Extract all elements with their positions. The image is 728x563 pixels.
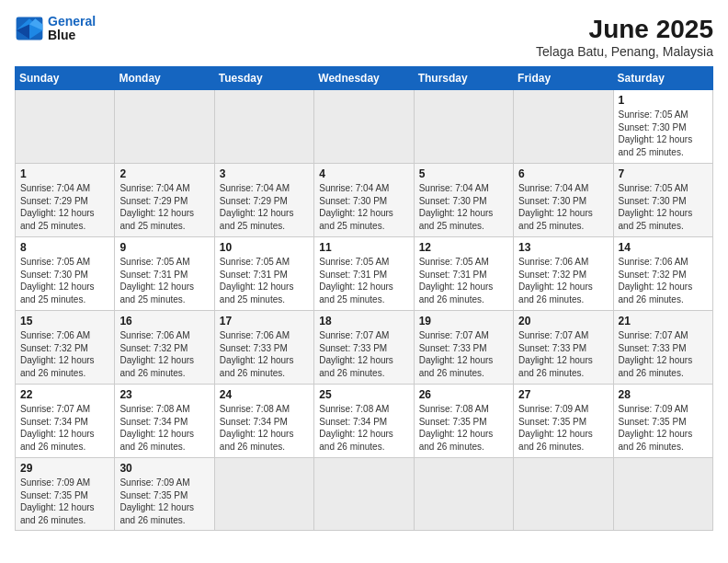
calendar-cell [115, 90, 214, 164]
calendar-cell: 27Sunrise: 7:09 AMSunset: 7:35 PMDayligh… [514, 385, 613, 458]
day-info: Sunrise: 7:07 AMSunset: 7:33 PMDaylight:… [419, 329, 508, 379]
calendar-cell: 1Sunrise: 7:04 AMSunset: 7:29 PMDaylight… [16, 164, 115, 237]
calendar-cell: 28Sunrise: 7:09 AMSunset: 7:35 PMDayligh… [613, 385, 712, 458]
day-number: 15 [20, 315, 109, 327]
calendar-cell: 3Sunrise: 7:04 AMSunset: 7:29 PMDaylight… [214, 164, 313, 237]
calendar-cell: 1Sunrise: 7:05 AMSunset: 7:30 PMDaylight… [613, 90, 712, 164]
calendar-cell: 6Sunrise: 7:04 AMSunset: 7:30 PMDaylight… [514, 164, 613, 237]
calendar-cell [314, 90, 414, 164]
calendar-cell: 16Sunrise: 7:06 AMSunset: 7:32 PMDayligh… [115, 311, 214, 385]
calendar-cell: 15Sunrise: 7:06 AMSunset: 7:32 PMDayligh… [16, 311, 115, 385]
calendar-cell: 5Sunrise: 7:04 AMSunset: 7:30 PMDaylight… [414, 164, 513, 237]
calendar-cell: 25Sunrise: 7:08 AMSunset: 7:34 PMDayligh… [314, 385, 414, 458]
day-info: Sunrise: 7:05 AMSunset: 7:31 PMDaylight:… [419, 256, 508, 305]
calendar-cell: 10Sunrise: 7:05 AMSunset: 7:31 PMDayligh… [214, 237, 313, 311]
logo: General Blue [15, 15, 96, 43]
week-row: 29Sunrise: 7:09 AMSunset: 7:35 PMDayligh… [16, 458, 713, 531]
day-number: 4 [319, 167, 408, 180]
day-info: Sunrise: 7:08 AMSunset: 7:34 PMDaylight:… [319, 403, 408, 453]
calendar-cell [414, 458, 513, 531]
day-number: 26 [419, 388, 508, 401]
calendar-cell [514, 458, 613, 531]
day-info: Sunrise: 7:04 AMSunset: 7:30 PMDaylight:… [319, 182, 408, 232]
day-info: Sunrise: 7:09 AMSunset: 7:35 PMDaylight:… [119, 477, 209, 526]
calendar-cell: 24Sunrise: 7:08 AMSunset: 7:34 PMDayligh… [214, 385, 313, 458]
day-info: Sunrise: 7:04 AMSunset: 7:30 PMDaylight:… [518, 182, 608, 232]
day-info: Sunrise: 7:06 AMSunset: 7:32 PMDaylight:… [20, 329, 109, 379]
calendar-cell: 29Sunrise: 7:09 AMSunset: 7:35 PMDayligh… [16, 458, 115, 531]
day-number: 13 [518, 241, 608, 254]
calendar-cell: 26Sunrise: 7:08 AMSunset: 7:35 PMDayligh… [414, 385, 513, 458]
month-title: June 2025 [536, 15, 713, 44]
week-row: 1Sunrise: 7:04 AMSunset: 7:29 PMDaylight… [16, 164, 713, 237]
day-number: 14 [619, 241, 708, 254]
column-header-monday: Monday [115, 67, 214, 90]
day-number: 2 [119, 167, 209, 180]
calendar-cell [16, 90, 115, 164]
calendar-cell [214, 458, 313, 531]
calendar-cell: 21Sunrise: 7:07 AMSunset: 7:33 PMDayligh… [613, 311, 712, 385]
day-number: 29 [20, 462, 109, 475]
location-title: Telaga Batu, Penang, Malaysia [536, 44, 713, 59]
day-info: Sunrise: 7:07 AMSunset: 7:33 PMDaylight:… [319, 329, 408, 379]
calendar-cell [414, 90, 513, 164]
day-info: Sunrise: 7:08 AMSunset: 7:34 PMDaylight:… [119, 403, 209, 453]
calendar: SundayMondayTuesdayWednesdayThursdayFrid… [15, 66, 713, 531]
calendar-cell: 20Sunrise: 7:07 AMSunset: 7:33 PMDayligh… [514, 311, 613, 385]
calendar-cell: 19Sunrise: 7:07 AMSunset: 7:33 PMDayligh… [414, 311, 513, 385]
day-info: Sunrise: 7:07 AMSunset: 7:33 PMDaylight:… [619, 329, 708, 379]
day-info: Sunrise: 7:04 AMSunset: 7:29 PMDaylight:… [220, 182, 309, 232]
calendar-cell: 13Sunrise: 7:06 AMSunset: 7:32 PMDayligh… [514, 237, 613, 311]
day-number: 22 [20, 388, 109, 401]
logo-text: General Blue [48, 15, 96, 43]
column-header-saturday: Saturday [613, 67, 712, 90]
week-row: 1Sunrise: 7:05 AMSunset: 7:30 PMDaylight… [16, 90, 713, 164]
day-number: 9 [119, 241, 209, 254]
day-info: Sunrise: 7:06 AMSunset: 7:32 PMDaylight:… [619, 256, 708, 305]
day-info: Sunrise: 7:07 AMSunset: 7:33 PMDaylight:… [518, 329, 608, 379]
calendar-cell: 2Sunrise: 7:04 AMSunset: 7:29 PMDaylight… [115, 164, 214, 237]
day-info: Sunrise: 7:09 AMSunset: 7:35 PMDaylight:… [518, 403, 608, 453]
column-header-friday: Friday [514, 67, 613, 90]
day-number: 8 [20, 241, 109, 254]
day-number: 11 [319, 241, 408, 254]
title-section: June 2025 Telaga Batu, Penang, Malaysia [536, 15, 713, 59]
day-info: Sunrise: 7:05 AMSunset: 7:31 PMDaylight:… [220, 256, 309, 305]
day-info: Sunrise: 7:08 AMSunset: 7:34 PMDaylight:… [220, 403, 309, 453]
day-info: Sunrise: 7:09 AMSunset: 7:35 PMDaylight:… [619, 403, 708, 453]
day-number: 21 [619, 315, 708, 327]
day-number: 25 [319, 388, 408, 401]
logo-icon [15, 16, 44, 41]
calendar-cell [314, 458, 414, 531]
column-header-sunday: Sunday [16, 67, 115, 90]
calendar-cell: 30Sunrise: 7:09 AMSunset: 7:35 PMDayligh… [115, 458, 214, 531]
day-number: 7 [619, 167, 708, 180]
day-info: Sunrise: 7:05 AMSunset: 7:30 PMDaylight:… [619, 109, 708, 158]
column-header-tuesday: Tuesday [214, 67, 313, 90]
day-number: 19 [419, 315, 508, 327]
calendar-cell: 17Sunrise: 7:06 AMSunset: 7:33 PMDayligh… [214, 311, 313, 385]
calendar-cell: 4Sunrise: 7:04 AMSunset: 7:30 PMDaylight… [314, 164, 414, 237]
calendar-cell: 22Sunrise: 7:07 AMSunset: 7:34 PMDayligh… [16, 385, 115, 458]
day-info: Sunrise: 7:05 AMSunset: 7:30 PMDaylight:… [20, 256, 109, 305]
day-info: Sunrise: 7:09 AMSunset: 7:35 PMDaylight:… [20, 477, 109, 526]
calendar-cell: 12Sunrise: 7:05 AMSunset: 7:31 PMDayligh… [414, 237, 513, 311]
day-number: 27 [518, 388, 608, 401]
calendar-cell: 7Sunrise: 7:05 AMSunset: 7:30 PMDaylight… [613, 164, 712, 237]
day-info: Sunrise: 7:05 AMSunset: 7:31 PMDaylight:… [119, 256, 209, 305]
header-row: SundayMondayTuesdayWednesdayThursdayFrid… [16, 67, 713, 90]
day-info: Sunrise: 7:04 AMSunset: 7:30 PMDaylight:… [419, 182, 508, 232]
column-header-thursday: Thursday [414, 67, 513, 90]
day-number: 28 [619, 388, 708, 401]
week-row: 22Sunrise: 7:07 AMSunset: 7:34 PMDayligh… [16, 385, 713, 458]
calendar-cell: 23Sunrise: 7:08 AMSunset: 7:34 PMDayligh… [115, 385, 214, 458]
week-row: 8Sunrise: 7:05 AMSunset: 7:30 PMDaylight… [16, 237, 713, 311]
day-info: Sunrise: 7:04 AMSunset: 7:29 PMDaylight:… [119, 182, 209, 232]
day-number: 30 [119, 462, 209, 475]
day-info: Sunrise: 7:07 AMSunset: 7:34 PMDaylight:… [20, 403, 109, 453]
day-info: Sunrise: 7:06 AMSunset: 7:32 PMDaylight:… [119, 329, 209, 379]
calendar-cell: 11Sunrise: 7:05 AMSunset: 7:31 PMDayligh… [314, 237, 414, 311]
page-header: General Blue June 2025 Telaga Batu, Pena… [15, 15, 713, 59]
day-number: 10 [220, 241, 309, 254]
column-header-wednesday: Wednesday [314, 67, 414, 90]
